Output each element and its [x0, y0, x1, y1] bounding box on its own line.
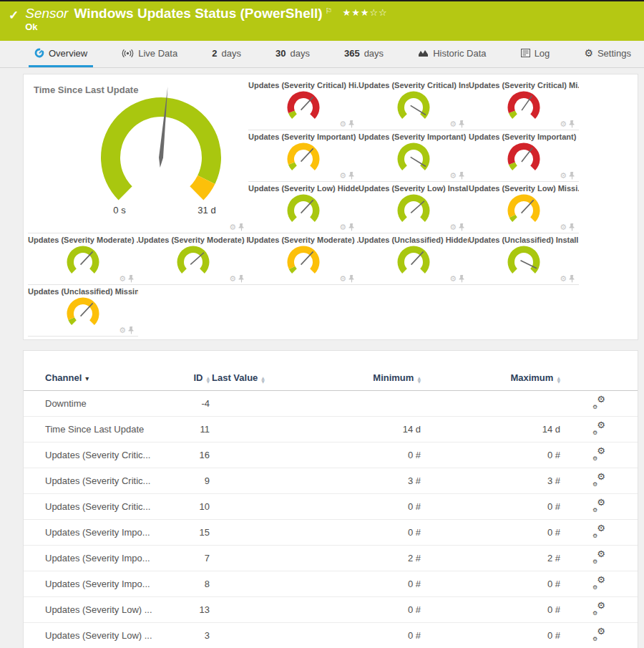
gear-icon[interactable]: ⚙	[560, 276, 567, 283]
cell-id: 9	[167, 468, 210, 494]
gauge-title: Updates (Severity Moderate) ...	[28, 236, 138, 244]
edit-channel-button[interactable]: ⚙⚙	[592, 397, 606, 408]
cell-id: -4	[167, 391, 210, 417]
sort-both-icon[interactable]: ▲▼	[206, 376, 210, 383]
pin-icon[interactable]	[459, 275, 465, 283]
priority-stars[interactable]: ★★★☆☆	[342, 7, 387, 18]
pin-icon[interactable]	[348, 275, 355, 283]
gear-icon[interactable]: ⚙	[560, 121, 567, 128]
table-row[interactable]: Updates (Severity Impo...80 #0 #⚙⚙	[24, 571, 638, 597]
column-header-maximum[interactable]: Maximum▲▼	[421, 369, 560, 391]
pin-icon[interactable]	[348, 223, 355, 231]
pin-icon[interactable]	[459, 223, 465, 231]
column-header-last_value[interactable]: Last Value▲▼	[210, 369, 267, 391]
edit-channel-button[interactable]: ⚙⚙	[592, 577, 606, 589]
table-row[interactable]: Downtime-4⚙⚙	[24, 391, 638, 417]
gear-icon[interactable]: ⚙	[339, 224, 346, 231]
status-ok-check-icon: ✓	[9, 8, 19, 41]
gear-icon[interactable]: ⚙	[449, 276, 457, 283]
pin-icon[interactable]	[569, 275, 575, 283]
edit-channel-button[interactable]: ⚙⚙	[592, 526, 606, 537]
tab-historic-data[interactable]: Historic Data	[412, 41, 492, 67]
gauge-time-since-last-update: 0 s31 d	[75, 86, 247, 222]
edit-channel-button[interactable]: ⚙⚙	[592, 474, 606, 485]
table-row[interactable]: Time Since Last Update1114 d14 d⚙⚙	[24, 417, 638, 443]
pin-icon[interactable]	[459, 120, 465, 128]
gauge-moderate-missing	[280, 243, 326, 279]
gauge-title: Updates (Unclassified) Install...	[469, 236, 579, 244]
table-row[interactable]: Updates (Severity Critic...160 #0 #⚙⚙	[24, 443, 638, 468]
pin-icon[interactable]	[569, 120, 575, 128]
pin-icon[interactable]	[238, 275, 245, 283]
gauge-min-label: 0 s	[113, 205, 126, 216]
tab-2-days[interactable]: 2days	[206, 41, 247, 67]
gear-icon[interactable]: ⚙	[229, 224, 236, 231]
sort-both-icon[interactable]: ▲▼	[261, 376, 265, 383]
edit-channel-button[interactable]: ⚙⚙	[592, 422, 606, 434]
cell-minimum: 0 #	[267, 571, 421, 597]
gear-small-icon: ⚙	[592, 507, 597, 513]
gauge-moderate-hidden	[60, 243, 106, 279]
edit-channel-button[interactable]: ⚙⚙	[592, 500, 606, 511]
table-row[interactable]: Updates (Severity Impo...72 #2 #⚙⚙	[24, 546, 638, 571]
table-row[interactable]: Updates (Severity Critic...100 #0 #⚙⚙	[24, 494, 638, 520]
gear-icon[interactable]: ⚙	[229, 276, 236, 283]
gear-icon: ⚙	[597, 600, 605, 611]
column-header-channel[interactable]: Channel▾	[24, 369, 167, 391]
pin-icon[interactable]	[128, 275, 135, 283]
table-row[interactable]: Updates (Severity Impo...150 #0 #⚙⚙	[24, 520, 638, 546]
edit-channel-button[interactable]: ⚙⚙	[592, 629, 606, 640]
gear-icon[interactable]: ⚙	[449, 224, 457, 231]
cell-maximum: 0 #	[421, 623, 560, 648]
gauge-card-unclassified-installed: Updates (Unclassified) Install...⚙	[469, 233, 579, 285]
tab-log[interactable]: Log	[515, 41, 556, 67]
tab-30-days[interactable]: 30days	[270, 41, 316, 67]
edit-channel-button[interactable]: ⚙⚙	[592, 603, 606, 614]
table-row[interactable]: Updates (Severity Low) ...130 #0 #⚙⚙	[24, 597, 638, 623]
table-row[interactable]: Updates (Severity Critic...93 #3 #⚙⚙	[24, 468, 638, 494]
gauge-actions: ⚙	[449, 223, 465, 231]
pin-icon[interactable]	[128, 327, 135, 334]
gear-small-icon: ⚙	[592, 481, 597, 488]
cell-id: 7	[167, 546, 210, 571]
tab-settings[interactable]: ⚙Settings	[578, 41, 637, 67]
pin-icon[interactable]	[238, 223, 245, 231]
pin-icon[interactable]	[348, 172, 355, 180]
column-header-minimum[interactable]: Minimum▲▼	[267, 369, 421, 391]
edit-channel-button[interactable]: ⚙⚙	[592, 448, 606, 460]
gear-icon[interactable]: ⚙	[560, 224, 567, 231]
gear-icon[interactable]: ⚙	[339, 121, 346, 128]
gauge-title: Updates (Severity Critical) Ins...	[358, 81, 469, 90]
pin-icon[interactable]	[569, 223, 575, 231]
gauge-actions: ⚙	[449, 120, 465, 128]
gauge-actions: ⚙	[560, 120, 575, 128]
gear-icon[interactable]: ⚙	[339, 173, 346, 180]
cell-id: 13	[167, 597, 210, 623]
table-row[interactable]: Updates (Severity Low) ...30 #0 #⚙⚙	[24, 623, 638, 648]
pin-icon[interactable]	[459, 172, 465, 180]
gear-icon[interactable]: ⚙	[339, 276, 346, 283]
flag-icon[interactable]: ⚐	[326, 6, 333, 16]
tab-365-days[interactable]: 365days	[338, 41, 389, 67]
tab-live-data[interactable]: Live Data	[116, 41, 183, 67]
gear-icon[interactable]: ⚙	[560, 173, 567, 180]
gear-icon[interactable]: ⚙	[119, 276, 126, 283]
pin-icon[interactable]	[569, 172, 575, 180]
sort-both-icon[interactable]: ▲▼	[557, 376, 560, 383]
tab-label: Settings	[597, 48, 631, 59]
column-header-id[interactable]: ID▲▼	[167, 369, 210, 391]
gear-icon[interactable]: ⚙	[119, 327, 126, 334]
gauge-critical-installed	[391, 89, 436, 125]
gear-icon[interactable]: ⚙	[449, 121, 457, 128]
status-badge: Ok	[25, 21, 388, 32]
pin-icon[interactable]	[348, 120, 355, 128]
tab-overview[interactable]: Overview	[29, 41, 93, 67]
cell-maximum: 0 #	[421, 520, 560, 546]
sort-desc-icon[interactable]: ▾	[85, 374, 89, 382]
sort-both-icon[interactable]: ▲▼	[417, 376, 421, 383]
gauge-unclassified-hidden	[391, 243, 436, 279]
edit-channel-button[interactable]: ⚙⚙	[592, 551, 606, 563]
cell-minimum: 0 #	[267, 597, 421, 623]
gauge-actions: ⚙	[560, 172, 575, 180]
gear-icon[interactable]: ⚙	[449, 173, 457, 180]
